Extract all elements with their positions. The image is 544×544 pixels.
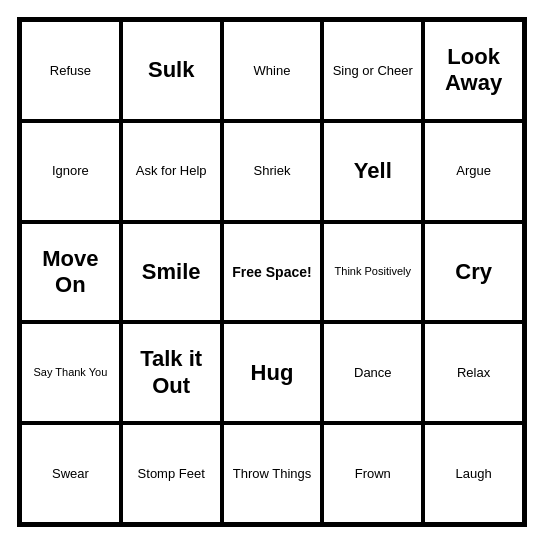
cell-text-19: Relax bbox=[457, 365, 490, 381]
cell-text-5: Ignore bbox=[52, 163, 89, 179]
bingo-board: RefuseSulkWhineSing or CheerLook AwayIgn… bbox=[17, 17, 527, 527]
cell-text-23: Frown bbox=[355, 466, 391, 482]
bingo-cell-11: Smile bbox=[121, 222, 222, 323]
cell-text-3: Sing or Cheer bbox=[333, 63, 413, 79]
cell-text-16: Talk it Out bbox=[127, 346, 216, 399]
bingo-cell-6: Ask for Help bbox=[121, 121, 222, 222]
cell-text-0: Refuse bbox=[50, 63, 91, 79]
bingo-cell-12: Free Space! bbox=[222, 222, 323, 323]
bingo-cell-4: Look Away bbox=[423, 20, 524, 121]
bingo-cell-0: Refuse bbox=[20, 20, 121, 121]
cell-text-4: Look Away bbox=[429, 44, 518, 97]
cell-text-17: Hug bbox=[251, 360, 294, 386]
cell-text-14: Cry bbox=[455, 259, 492, 285]
bingo-cell-14: Cry bbox=[423, 222, 524, 323]
cell-text-2: Whine bbox=[254, 63, 291, 79]
bingo-cell-19: Relax bbox=[423, 322, 524, 423]
bingo-cell-17: Hug bbox=[222, 322, 323, 423]
cell-text-18: Dance bbox=[354, 365, 392, 381]
bingo-cell-7: Shriek bbox=[222, 121, 323, 222]
cell-text-10: Move On bbox=[26, 246, 115, 299]
cell-text-1: Sulk bbox=[148, 57, 194, 83]
cell-text-9: Argue bbox=[456, 163, 491, 179]
cell-text-7: Shriek bbox=[254, 163, 291, 179]
bingo-cell-9: Argue bbox=[423, 121, 524, 222]
cell-text-11: Smile bbox=[142, 259, 201, 285]
bingo-cell-22: Throw Things bbox=[222, 423, 323, 524]
bingo-cell-15: Say Thank You bbox=[20, 322, 121, 423]
bingo-cell-3: Sing or Cheer bbox=[322, 20, 423, 121]
cell-text-12: Free Space! bbox=[232, 264, 311, 281]
bingo-cell-16: Talk it Out bbox=[121, 322, 222, 423]
bingo-cell-13: Think Positively bbox=[322, 222, 423, 323]
bingo-cell-10: Move On bbox=[20, 222, 121, 323]
cell-text-22: Throw Things bbox=[233, 466, 312, 482]
bingo-cell-1: Sulk bbox=[121, 20, 222, 121]
bingo-cell-24: Laugh bbox=[423, 423, 524, 524]
cell-text-13: Think Positively bbox=[335, 265, 411, 278]
cell-text-6: Ask for Help bbox=[136, 163, 207, 179]
bingo-cell-21: Stomp Feet bbox=[121, 423, 222, 524]
bingo-cell-5: Ignore bbox=[20, 121, 121, 222]
bingo-cell-20: Swear bbox=[20, 423, 121, 524]
bingo-cell-18: Dance bbox=[322, 322, 423, 423]
cell-text-15: Say Thank You bbox=[33, 366, 107, 379]
bingo-cell-23: Frown bbox=[322, 423, 423, 524]
cell-text-20: Swear bbox=[52, 466, 89, 482]
bingo-cell-8: Yell bbox=[322, 121, 423, 222]
cell-text-24: Laugh bbox=[456, 466, 492, 482]
cell-text-21: Stomp Feet bbox=[138, 466, 205, 482]
cell-text-8: Yell bbox=[354, 158, 392, 184]
bingo-cell-2: Whine bbox=[222, 20, 323, 121]
